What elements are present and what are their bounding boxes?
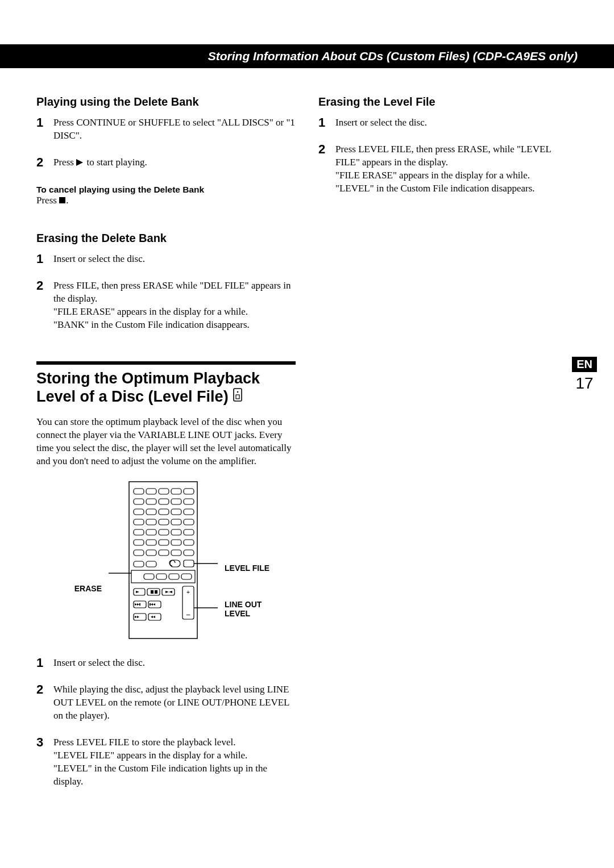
svg-rect-35: [184, 540, 194, 545]
chapter-title: Storing Information About CDs (Custom Fi…: [208, 49, 578, 63]
play-icon: [76, 157, 84, 170]
svg-point-3: [237, 391, 239, 393]
step-text: Insert or select the disc.: [335, 116, 427, 130]
svg-rect-50: [181, 574, 192, 579]
heading-erasing-delete-bank: Erasing the Delete Bank: [36, 232, 296, 245]
svg-rect-42: [146, 561, 156, 567]
svg-rect-14: [171, 499, 181, 504]
step-3: 3 Press LEVEL FILE to store the playback…: [36, 736, 296, 788]
svg-rect-8: [159, 489, 169, 494]
heading-playing-delete-bank: Playing using the Delete Bank: [36, 95, 296, 108]
chapter-header: Storing Information About CDs (Custom Fi…: [0, 44, 614, 68]
language-badge: EN: [572, 357, 597, 372]
svg-rect-21: [134, 519, 144, 525]
svg-rect-30: [184, 529, 194, 535]
svg-rect-36: [134, 550, 144, 556]
svg-rect-12: [146, 499, 156, 504]
svg-rect-4: [236, 395, 239, 399]
step-number: 2: [36, 279, 53, 332]
step-2: 2 While playing the disc, adjust the pla…: [36, 683, 296, 723]
svg-rect-10: [184, 489, 194, 494]
svg-marker-0: [76, 159, 83, 166]
svg-rect-17: [146, 509, 156, 515]
svg-rect-18: [159, 509, 169, 515]
step-number: 1: [318, 116, 335, 130]
stop-icon: [59, 195, 66, 207]
svg-rect-44: [184, 560, 194, 567]
page-number: 17: [572, 374, 597, 393]
svg-rect-29: [171, 529, 181, 535]
right-column: Erasing the Level File 1 Insert or selec…: [318, 95, 578, 802]
svg-rect-62: [151, 590, 154, 594]
section-heading-level-file: Storing the Optimum Playback Level of a …: [36, 369, 296, 407]
step-2: 2 Press LEVEL FILE, then press ERASE, wh…: [318, 143, 578, 195]
svg-rect-1: [59, 197, 65, 203]
svg-rect-37: [146, 550, 156, 556]
step-2: 2 Press to start playing.: [36, 156, 296, 170]
svg-rect-71: [150, 603, 151, 606]
step-1: 1 Insert or select the disc.: [36, 253, 296, 266]
svg-rect-15: [184, 499, 194, 504]
label-erase: ERASE: [56, 584, 102, 593]
svg-rect-47: [144, 574, 154, 579]
remote-svg: + –: [106, 481, 220, 640]
svg-rect-31: [134, 540, 144, 545]
step-number: 1: [36, 657, 53, 670]
step-text: Press LEVEL FILE to store the playback l…: [53, 736, 296, 788]
cancel-body: Press .: [36, 195, 296, 207]
svg-rect-41: [134, 561, 144, 567]
svg-rect-6: [134, 489, 144, 494]
svg-rect-20: [184, 509, 194, 515]
left-column: Playing using the Delete Bank 1 Press CO…: [36, 95, 296, 802]
step-number: 1: [36, 116, 53, 143]
svg-rect-39: [171, 550, 181, 556]
step-1: 1 Insert or select the disc.: [36, 657, 296, 670]
svg-rect-24: [171, 519, 181, 525]
step-text: While playing the disc, adjust the playb…: [53, 683, 296, 723]
svg-rect-19: [171, 509, 181, 515]
svg-rect-38: [159, 550, 169, 556]
step-text: Press to start playing.: [53, 156, 147, 170]
svg-rect-26: [134, 529, 144, 535]
step-number: 2: [36, 156, 53, 170]
heading-erasing-level-file: Erasing the Level File: [318, 95, 578, 108]
svg-rect-49: [169, 574, 179, 579]
step-number: 3: [36, 736, 53, 788]
svg-rect-27: [146, 529, 156, 535]
remote-illustration: ERASE: [36, 481, 296, 640]
step-text: Press LEVEL FILE, then press ERASE, whil…: [335, 143, 578, 195]
step-text: Insert or select the disc.: [53, 253, 145, 266]
svg-rect-11: [134, 499, 144, 504]
svg-text:+: +: [186, 589, 190, 595]
cancel-heading: To cancel playing using the Delete Bank: [36, 185, 296, 195]
step-text: Press FILE, then press ERASE while "DEL …: [53, 279, 296, 332]
step-1: 1 Insert or select the disc.: [318, 116, 578, 130]
section-intro: You can store the optimum playback level…: [36, 416, 296, 468]
svg-rect-33: [159, 540, 169, 545]
page-tab: EN 17: [572, 357, 597, 393]
svg-rect-7: [146, 489, 156, 494]
svg-rect-32: [146, 540, 156, 545]
step-2: 2 Press FILE, then press ERASE while "DE…: [36, 279, 296, 332]
step-text: Insert or select the disc.: [53, 657, 145, 670]
svg-rect-40: [184, 550, 194, 556]
svg-rect-23: [159, 519, 169, 525]
svg-rect-22: [146, 519, 156, 525]
svg-rect-48: [156, 574, 167, 579]
label-line-out-level: LINE OUT LEVEL: [225, 600, 276, 618]
svg-rect-13: [159, 499, 169, 504]
svg-rect-28: [159, 529, 169, 535]
svg-rect-16: [134, 509, 144, 515]
svg-rect-63: [155, 590, 157, 594]
step-number: 2: [36, 683, 53, 723]
svg-rect-34: [171, 540, 181, 545]
label-level-file: LEVEL FILE: [225, 564, 276, 573]
section-rule: [36, 361, 296, 365]
svg-text:–: –: [186, 611, 190, 619]
step-text: Press CONTINUE or SHUFFLE to select "ALL…: [53, 116, 296, 143]
svg-rect-25: [184, 519, 194, 525]
svg-rect-9: [171, 489, 181, 494]
svg-rect-70: [139, 603, 140, 606]
step-number: 1: [36, 253, 53, 266]
step-number: 2: [318, 143, 335, 195]
